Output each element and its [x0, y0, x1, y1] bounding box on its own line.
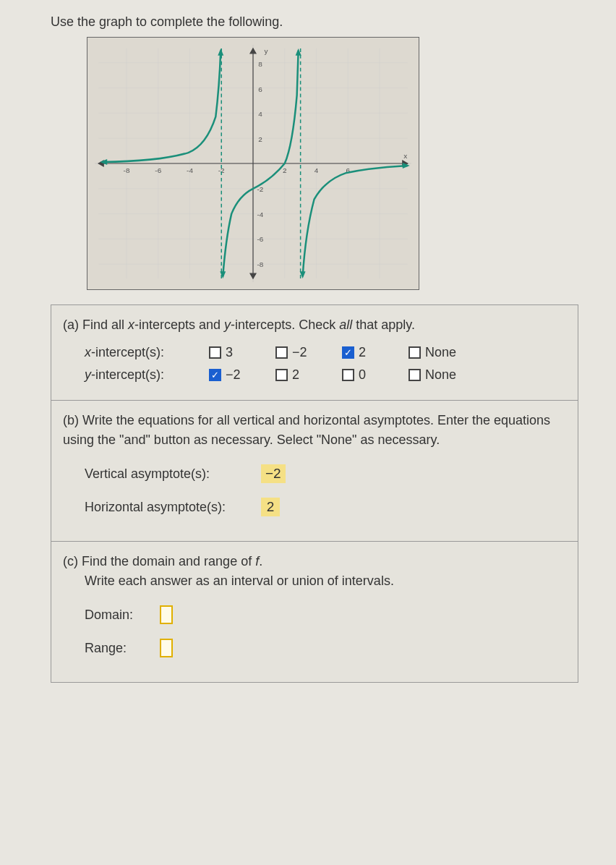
x-intercept-row: x-intercept(s): 3 −2 ✓2 None — [85, 345, 566, 360]
y-intercept-label: y-intercept(s): — [85, 367, 193, 383]
range-row: Range: — [85, 639, 566, 657]
svg-text:-6: -6 — [155, 166, 161, 174]
svg-text:y: y — [264, 47, 268, 55]
checkbox-y-none[interactable] — [408, 369, 421, 381]
svg-text:6: 6 — [258, 85, 262, 93]
svg-text:2: 2 — [258, 135, 262, 143]
vertical-asymptote-input[interactable]: −2 — [261, 464, 286, 483]
checkbox-x-none[interactable] — [408, 346, 421, 359]
checkbox-y-neg2[interactable]: ✓ — [209, 369, 221, 381]
answer-panel: (a) Find all x-intercepts and y-intercep… — [51, 304, 578, 683]
part-c-prompt: (c) Find the domain and range of f. Writ… — [63, 552, 566, 591]
checkbox-y-2[interactable] — [275, 369, 288, 381]
instruction-text: Use the graph to complete the following. — [51, 14, 602, 30]
svg-text:-6: -6 — [257, 235, 264, 243]
part-b-prompt: (b) Write the equations for all vertical… — [63, 411, 566, 450]
svg-text:8: 8 — [258, 60, 262, 68]
svg-text:2: 2 — [283, 166, 287, 174]
range-label: Range: — [85, 641, 150, 656]
graph-container: -8-6 -4-2 24 6 86 42 -2-4 -6-8 yx — [87, 37, 602, 290]
domain-input[interactable] — [160, 605, 173, 624]
vertical-asymptote-row: Vertical asymptote(s): −2 — [85, 464, 566, 483]
part-c: (c) Find the domain and range of f. Writ… — [51, 542, 578, 682]
svg-text:-8: -8 — [124, 166, 130, 174]
checkbox-x-2[interactable]: ✓ — [342, 346, 354, 359]
svg-text:-4: -4 — [257, 210, 264, 218]
svg-text:4: 4 — [315, 166, 319, 174]
horizontal-asymptote-label: Horizontal asymptote(s): — [85, 500, 251, 515]
svg-text:-8: -8 — [257, 260, 264, 268]
y-intercept-row: y-intercept(s): ✓−2 2 0 None — [85, 367, 566, 383]
x-intercept-label: x-intercept(s): — [85, 345, 193, 360]
checkbox-x-3[interactable] — [209, 346, 221, 359]
domain-row: Domain: — [85, 605, 566, 624]
checkbox-y-0[interactable] — [342, 369, 354, 381]
svg-text:x: x — [403, 152, 407, 160]
part-a-prompt: (a) Find all x-intercepts and y-intercep… — [63, 315, 566, 335]
domain-label: Domain: — [85, 608, 150, 623]
checkbox-x-neg2[interactable] — [275, 346, 288, 359]
horizontal-asymptote-input[interactable]: 2 — [261, 498, 280, 516]
function-graph: -8-6 -4-2 24 6 86 42 -2-4 -6-8 yx — [87, 37, 419, 290]
svg-text:4: 4 — [258, 110, 262, 118]
vertical-asymptote-label: Vertical asymptote(s): — [85, 466, 251, 482]
svg-text:-4: -4 — [187, 166, 193, 174]
part-a: (a) Find all x-intercepts and y-intercep… — [51, 305, 578, 401]
range-input[interactable] — [160, 639, 173, 657]
part-b: (b) Write the equations for all vertical… — [51, 401, 578, 542]
horizontal-asymptote-row: Horizontal asymptote(s): 2 — [85, 498, 566, 516]
